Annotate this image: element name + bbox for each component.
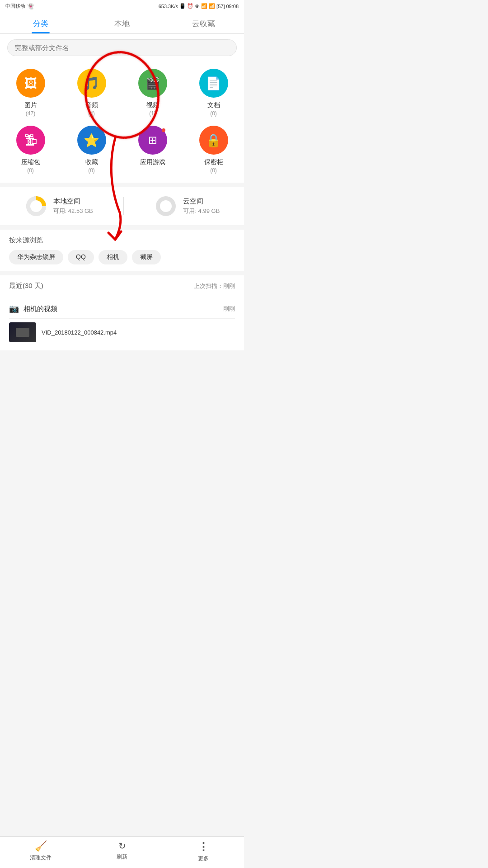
file-group-header: 📷 相机的视频 刚刚 <box>9 304 235 314</box>
network-speed: 653.3K/s <box>159 4 178 9</box>
local-pie-chart <box>24 194 48 218</box>
category-zip[interactable]: 🗜 压缩包 (0) <box>0 126 61 174</box>
eye-icon: 👁 <box>195 4 200 9</box>
category-grid: 🖼 图片 (47) 🎵 音频 (4) 🎬 视频 (1) 📄 文档 (0) 🗜 压… <box>0 61 244 183</box>
source-tag-huawei[interactable]: 华为杂志锁屏 <box>9 250 63 264</box>
file-info: VID_20180122_000842.mp4 <box>42 329 235 336</box>
cloud-storage: 云空间 可用: 4.99 GB <box>154 194 220 218</box>
status-right: 653.3K/s 📳 ⏰ 👁 📶 📶 [57] 09:08 <box>159 3 239 9</box>
camera-icon: 📷 <box>9 304 19 314</box>
file-group: 📷 相机的视频 刚刚 VID_20180122_000842.mp4 <box>0 299 244 350</box>
category-safe[interactable]: 🔒 保密柜 (0) <box>183 126 244 174</box>
divider <box>123 197 124 215</box>
category-docs[interactable]: 📄 文档 (0) <box>183 69 244 117</box>
snapchat-icon: 👻 <box>27 3 34 9</box>
images-icon: 🖼 <box>16 69 45 98</box>
file-thumbnail <box>9 322 36 342</box>
video-icon: 🎬 <box>138 69 167 98</box>
docs-icon: 📄 <box>199 69 228 98</box>
recent-header: 最近(30 天) 上次扫描：刚刚 <box>9 282 235 290</box>
apps-dot-badge <box>162 128 165 132</box>
source-tags: 华为杂志锁屏 QQ 相机 截屏 <box>9 250 235 264</box>
source-tag-qq[interactable]: QQ <box>68 250 94 264</box>
storage-section: 本地空间 可用: 42.53 GB 云空间 可用: 4.99 GB <box>0 187 244 225</box>
tab-local[interactable]: 本地 <box>81 12 163 33</box>
svg-point-3 <box>160 200 172 212</box>
category-images[interactable]: 🖼 图片 (47) <box>0 69 61 117</box>
category-apps[interactable]: ⊞ 应用游戏 <box>122 126 183 174</box>
category-favorites[interactable]: ⭐ 收藏 (0) <box>61 126 122 174</box>
vibrate-icon: 📳 <box>179 3 186 9</box>
source-tag-camera[interactable]: 相机 <box>99 250 127 264</box>
svg-point-1 <box>30 200 42 212</box>
tab-cloud[interactable]: 云收藏 <box>163 12 244 33</box>
battery: [57] <box>216 4 225 9</box>
safe-icon: 🔒 <box>199 126 228 155</box>
category-video[interactable]: 🎬 视频 (1) <box>122 69 183 117</box>
signal-icon: 📶 <box>209 3 215 9</box>
cloud-pie-chart <box>154 194 178 218</box>
local-storage-info: 本地空间 可用: 42.53 GB <box>53 197 93 215</box>
source-section: 按来源浏览 华为杂志锁屏 QQ 相机 截屏 <box>0 230 244 271</box>
cloud-storage-info: 云空间 可用: 4.99 GB <box>183 197 220 215</box>
search-input[interactable] <box>7 39 237 56</box>
file-item[interactable]: VID_20180122_000842.mp4 <box>9 318 235 346</box>
apps-icon: ⊞ <box>138 126 167 155</box>
status-left: 中国移动 👻 <box>5 3 34 9</box>
local-storage: 本地空间 可用: 42.53 GB <box>24 194 93 218</box>
tab-category[interactable]: 分类 <box>0 12 81 33</box>
recent-section: 最近(30 天) 上次扫描：刚刚 <box>0 275 244 299</box>
search-bar <box>0 34 244 61</box>
carrier: 中国移动 <box>5 3 25 9</box>
favorites-icon: ⭐ <box>77 126 106 155</box>
time: 09:08 <box>226 4 239 9</box>
alarm-icon: ⏰ <box>187 3 193 9</box>
source-tag-screenshot[interactable]: 截屏 <box>132 250 161 264</box>
audio-icon: 🎵 <box>77 69 106 98</box>
tab-bar: 分类 本地 云收藏 <box>0 12 244 34</box>
zip-icon: 🗜 <box>16 126 45 155</box>
status-bar: 中国移动 👻 653.3K/s 📳 ⏰ 👁 📶 📶 [57] 09:08 <box>0 0 244 12</box>
category-audio[interactable]: 🎵 音频 (4) <box>61 69 122 117</box>
wifi-icon: 📶 <box>201 3 207 9</box>
